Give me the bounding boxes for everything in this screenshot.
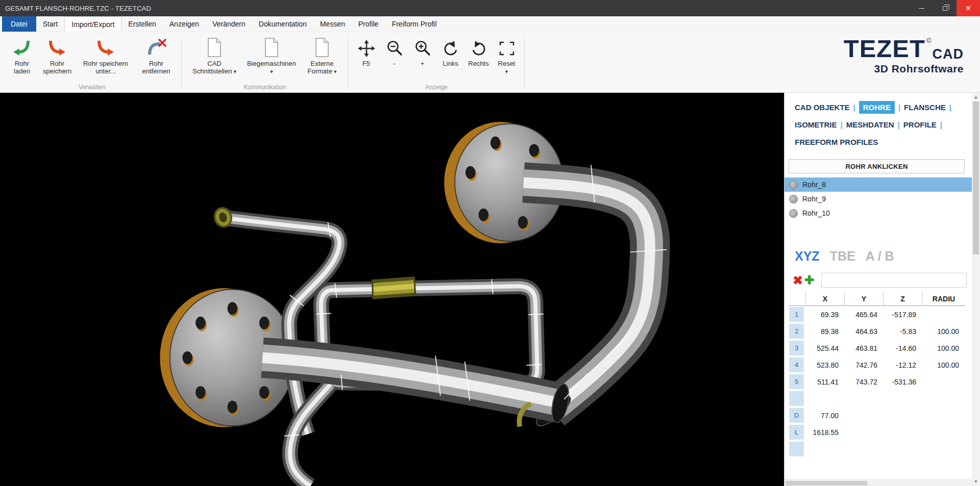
row-number[interactable]: 4: [789, 357, 804, 372]
delete-row-icon[interactable]: ✖: [793, 274, 803, 287]
cell-y[interactable]: 742.76: [845, 356, 884, 373]
pipe-list-item-rohr-9[interactable]: Rohr_9: [785, 192, 972, 206]
biegemaschinen-button[interactable]: Biegemaschinen▾: [243, 34, 300, 78]
pipe-list-item-rohr-8[interactable]: Rohr_8: [785, 177, 972, 192]
scroll-up-icon[interactable]: ▲: [974, 93, 978, 101]
vertical-scrollbar[interactable]: ▲ ▼: [972, 93, 980, 486]
rotate-right-button[interactable]: Rechts: [464, 34, 493, 70]
rohr-speichern-button[interactable]: Rohr speichern: [38, 34, 77, 78]
row-number[interactable]: [789, 391, 804, 406]
tab-flansche[interactable]: FLANSCHE: [904, 103, 946, 112]
menu-start[interactable]: Start: [36, 16, 65, 32]
add-row-icon[interactable]: ✚: [804, 274, 814, 286]
rohr-anklicken-button[interactable]: ROHR ANKLICKEN: [789, 159, 965, 173]
cell-z[interactable]: -12.12: [884, 356, 922, 373]
tab-meshdaten[interactable]: MESHDATEN: [846, 120, 894, 129]
menu-profile[interactable]: Profile: [352, 16, 385, 32]
menu-import-export[interactable]: Import/Export: [64, 16, 121, 32]
tab-cad-objekte[interactable]: CAD OBJEKTE: [795, 103, 850, 112]
fit-view-f5-button[interactable]: F5: [352, 34, 380, 70]
cell-z[interactable]: -5.83: [884, 323, 922, 340]
cell-x[interactable]: [806, 390, 845, 407]
row-number[interactable]: 2: [789, 324, 804, 339]
cell-radius[interactable]: [922, 373, 965, 390]
zoom-out-button[interactable]: -: [380, 34, 408, 70]
cell-x[interactable]: 69.39: [806, 306, 845, 323]
tab-isometrie[interactable]: ISOMETRIE: [795, 120, 837, 129]
tab-freeform-profiles[interactable]: FREEFORM PROFILES: [795, 138, 878, 146]
rohr-speichern-unter-button[interactable]: Rohr speichern unter...: [77, 34, 135, 78]
cell-x[interactable]: 77.00: [806, 407, 845, 424]
menu-veraendern[interactable]: Verändern: [206, 16, 252, 32]
cell-z[interactable]: -517.89: [884, 306, 922, 323]
cell-z[interactable]: [884, 441, 922, 457]
coord-tab-xyz[interactable]: XYZ: [795, 249, 820, 264]
cell-radius[interactable]: 100.00: [922, 323, 965, 340]
button-label: -: [393, 60, 395, 67]
restore-icon: [943, 6, 947, 11]
cell-y[interactable]: [845, 424, 884, 441]
rohr-laden-button[interactable]: Rohr laden: [6, 34, 38, 78]
tab-profile[interactable]: PROFILE: [903, 120, 937, 129]
cell-y[interactable]: 463.81: [845, 340, 884, 356]
cell-z[interactable]: -14.60: [884, 340, 922, 356]
cell-radius[interactable]: [922, 390, 965, 407]
viewport-3d[interactable]: [0, 93, 784, 486]
rotate-left-button[interactable]: Links: [436, 34, 464, 70]
horizontal-scrollbar-thumb[interactable]: [786, 481, 867, 485]
cell-y[interactable]: [845, 407, 884, 424]
restore-button[interactable]: [933, 0, 957, 16]
cell-z[interactable]: [884, 407, 922, 424]
cell-x[interactable]: 1618.55: [806, 424, 845, 441]
row-number[interactable]: L: [789, 425, 804, 440]
cell-y[interactable]: 465.64: [845, 306, 884, 323]
cell-radius[interactable]: [922, 306, 965, 323]
zoom-in-button[interactable]: +: [408, 34, 436, 70]
cell-radius[interactable]: 100.00: [922, 340, 965, 356]
cell-radius[interactable]: [922, 441, 965, 457]
cell-radius[interactable]: 100.00: [922, 356, 965, 373]
menu-anzeigen[interactable]: Anzeigen: [163, 16, 206, 32]
cell-y[interactable]: 743.72: [845, 373, 884, 390]
cell-x[interactable]: [806, 441, 845, 457]
close-button[interactable]: ✕: [957, 0, 980, 16]
horizontal-scrollbar[interactable]: [785, 479, 972, 486]
cell-z[interactable]: [884, 390, 922, 407]
row-number[interactable]: [789, 442, 804, 456]
cell-x[interactable]: 511.41: [806, 373, 845, 390]
cell-radius[interactable]: [922, 424, 965, 441]
cell-x[interactable]: 525.44: [806, 340, 845, 356]
reset-view-button[interactable]: Reset ▾: [493, 34, 521, 78]
cell-radius[interactable]: [922, 407, 965, 424]
tab-separator: |: [841, 120, 843, 129]
scroll-down-icon[interactable]: ▼: [974, 477, 978, 486]
cell-z[interactable]: -531.36: [884, 373, 922, 390]
menu-datei[interactable]: Datei: [2, 16, 36, 32]
menu-messen[interactable]: Messen: [313, 16, 352, 32]
row-number[interactable]: 1: [789, 307, 804, 322]
cell-y[interactable]: 464.63: [845, 323, 884, 340]
cell-x[interactable]: 523.80: [806, 356, 845, 373]
rohr-entfernen-button[interactable]: Rohr entfernen: [135, 34, 178, 78]
menu-freiform-profil[interactable]: Freiform Profil: [385, 16, 444, 32]
menu-erstellen[interactable]: Erstellen: [121, 16, 162, 32]
coord-input[interactable]: [821, 273, 967, 288]
row-number[interactable]: 3: [789, 341, 804, 355]
menu-dokumentation[interactable]: Dokumentation: [252, 16, 313, 32]
coord-tab-ab[interactable]: A / B: [866, 249, 894, 264]
coord-tab-tbe[interactable]: TBE: [830, 249, 855, 264]
row-number[interactable]: D: [789, 408, 804, 423]
pipe-list-item-rohr-10[interactable]: Rohr_10: [785, 206, 972, 220]
cell-x[interactable]: 89.38: [806, 323, 845, 340]
vertical-scrollbar-thumb[interactable]: [973, 101, 979, 254]
cell-z[interactable]: [884, 424, 922, 441]
tab-rohre[interactable]: ROHRE: [859, 101, 895, 114]
cell-y[interactable]: [845, 441, 884, 457]
cell-y[interactable]: [845, 390, 884, 407]
button-label: +: [421, 60, 425, 67]
row-number[interactable]: 5: [789, 374, 804, 389]
cad-schnittstellen-button[interactable]: CAD Schnittstellen▾: [186, 34, 243, 78]
table-row: 3 525.44 463.81 -14.60 100.00: [789, 340, 972, 356]
minimize-button[interactable]: [910, 0, 933, 16]
externe-formate-button[interactable]: Externe Formate▾: [300, 34, 344, 78]
